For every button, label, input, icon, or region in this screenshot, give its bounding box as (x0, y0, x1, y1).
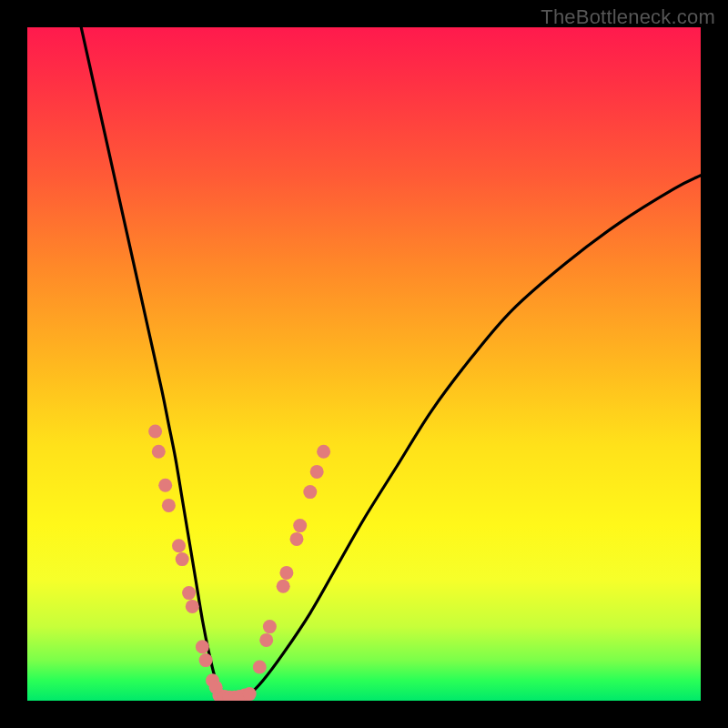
curve-svg (27, 27, 701, 701)
marker-dot (253, 661, 267, 674)
marker-dot (263, 620, 277, 633)
watermark-text: TheBottleneck.com (541, 5, 715, 29)
chart-frame: TheBottleneck.com (0, 0, 728, 728)
marker-dot (199, 653, 213, 667)
marker-dot (158, 479, 172, 492)
plot-area (27, 27, 701, 701)
marker-dot (176, 552, 189, 566)
marker-dot (303, 485, 317, 499)
marker-dot (152, 445, 166, 459)
marker-dot (277, 580, 290, 593)
marker-dot (162, 499, 176, 512)
marker-dot (196, 640, 209, 653)
marker-dot (317, 445, 330, 459)
marker-dot (243, 687, 257, 701)
marker-dot (259, 633, 273, 647)
marker-dot (310, 465, 324, 479)
marker-dot (182, 586, 196, 600)
marker-dot (293, 519, 307, 532)
marker-dot (186, 600, 199, 613)
bottleneck-curve (81, 27, 701, 698)
marker-dot (279, 566, 293, 580)
marker-dot (290, 532, 304, 546)
marker-dot (148, 425, 162, 439)
marker-dot (172, 539, 186, 552)
